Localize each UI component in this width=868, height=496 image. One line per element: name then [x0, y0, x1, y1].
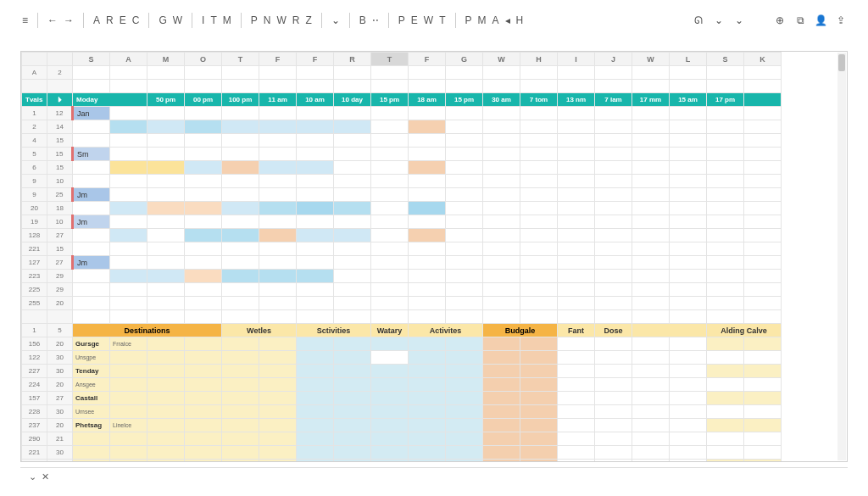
cell[interactable] — [334, 256, 371, 270]
cell[interactable] — [632, 80, 670, 93]
toolbar-item[interactable]: M — [221, 12, 233, 29]
toolbar-item[interactable]: A — [92, 12, 102, 29]
cell[interactable] — [744, 310, 782, 324]
cell[interactable] — [520, 337, 558, 351]
cell[interactable] — [259, 365, 297, 378]
cell[interactable] — [185, 215, 222, 229]
cell[interactable] — [595, 242, 632, 256]
cell[interactable] — [520, 202, 558, 215]
cell[interactable] — [334, 365, 371, 378]
cell[interactable] — [595, 297, 632, 310]
cell[interactable] — [744, 378, 782, 392]
cell[interactable] — [707, 351, 744, 365]
cell[interactable] — [185, 297, 222, 310]
cell[interactable] — [520, 161, 558, 175]
cell[interactable] — [632, 310, 670, 324]
cell[interactable] — [595, 107, 632, 120]
toolbar-item[interactable]: M — [476, 12, 488, 29]
column-header[interactable]: T — [222, 53, 259, 66]
cell[interactable] — [446, 460, 483, 463]
cell[interactable] — [297, 120, 334, 134]
cell[interactable] — [707, 215, 744, 229]
cell[interactable] — [483, 310, 520, 324]
cell[interactable] — [632, 365, 670, 378]
cell[interactable] — [707, 188, 744, 202]
cell[interactable] — [670, 283, 707, 297]
cell[interactable] — [670, 134, 707, 148]
cell[interactable] — [110, 310, 147, 324]
toolbar-item[interactable]: ⌄ — [330, 12, 342, 29]
cell[interactable] — [483, 270, 520, 283]
cell[interactable] — [409, 188, 446, 202]
cell[interactable] — [259, 310, 297, 324]
cell[interactable] — [222, 175, 259, 188]
cell[interactable]: 25 — [47, 460, 73, 463]
cell[interactable]: Tenday — [73, 365, 110, 378]
cell[interactable] — [446, 215, 483, 229]
cell[interactable] — [73, 229, 110, 242]
toolbar-item[interactable]: P — [397, 12, 407, 29]
cell[interactable] — [110, 229, 147, 242]
cell[interactable] — [595, 161, 632, 175]
cell[interactable] — [595, 378, 632, 392]
cell[interactable]: 29 — [47, 283, 73, 297]
cell[interactable] — [185, 161, 222, 175]
cell[interactable] — [371, 446, 409, 460]
cell[interactable] — [744, 161, 782, 175]
cell[interactable] — [409, 351, 446, 365]
cell[interactable] — [595, 446, 632, 460]
toolbar-icon[interactable]: ⊕ — [773, 14, 787, 27]
cell[interactable] — [259, 161, 297, 175]
cell[interactable] — [222, 310, 259, 324]
cell[interactable] — [185, 175, 222, 188]
cell[interactable] — [707, 446, 744, 460]
cell[interactable] — [110, 270, 147, 283]
cell[interactable] — [446, 161, 483, 175]
cell[interactable] — [520, 66, 558, 80]
cell[interactable] — [632, 392, 670, 405]
toolbar-item[interactable]: ≡ — [20, 12, 30, 29]
cell[interactable] — [670, 337, 707, 351]
cell[interactable] — [259, 242, 297, 256]
cell[interactable] — [185, 80, 222, 93]
cell[interactable]: 11 am — [259, 93, 297, 107]
cell[interactable] — [558, 80, 595, 93]
cell[interactable] — [47, 310, 73, 324]
toolbar-icon[interactable]: ⌄ — [712, 14, 726, 27]
cell[interactable] — [670, 120, 707, 134]
cell[interactable] — [632, 351, 670, 365]
cell[interactable] — [147, 432, 185, 446]
cell[interactable] — [297, 297, 334, 310]
cell[interactable] — [297, 460, 334, 463]
cell[interactable] — [147, 378, 185, 392]
cell[interactable] — [707, 297, 744, 310]
cell[interactable]: Umsee — [73, 405, 110, 419]
cell[interactable] — [520, 215, 558, 229]
cell[interactable] — [409, 80, 446, 93]
cell[interactable]: Gursge — [73, 337, 110, 351]
cell[interactable] — [409, 229, 446, 242]
cell[interactable] — [483, 120, 520, 134]
section-header[interactable]: Alding Calve — [707, 324, 782, 337]
cell[interactable]: A — [22, 66, 47, 80]
cell[interactable] — [73, 175, 110, 188]
cell[interactable] — [73, 80, 110, 93]
cell[interactable] — [520, 107, 558, 120]
cell[interactable] — [670, 351, 707, 365]
cell[interactable] — [110, 66, 147, 80]
cell[interactable] — [259, 188, 297, 202]
column-header[interactable]: T — [371, 53, 409, 66]
cell[interactable]: 15 pm — [446, 93, 483, 107]
cell[interactable] — [483, 297, 520, 310]
toolbar-item[interactable]: Z — [303, 12, 313, 29]
cell[interactable] — [73, 283, 110, 297]
cell[interactable] — [707, 460, 744, 463]
cell[interactable] — [632, 432, 670, 446]
cell[interactable] — [371, 120, 409, 134]
cell[interactable] — [595, 188, 632, 202]
column-header[interactable]: I — [558, 53, 595, 66]
cell[interactable]: 224 — [22, 378, 47, 392]
cell[interactable] — [707, 419, 744, 432]
cell[interactable] — [73, 202, 110, 215]
cell[interactable] — [147, 365, 185, 378]
